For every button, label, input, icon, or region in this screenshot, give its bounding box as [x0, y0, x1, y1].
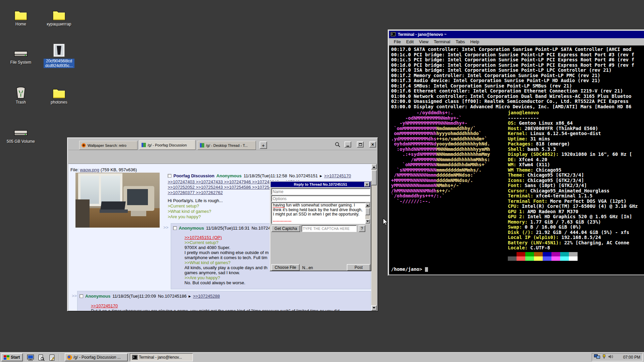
new-tab-button[interactable]: + — [260, 141, 267, 149]
quicklaunch-display-icon[interactable] — [26, 354, 35, 361]
qr-name-input[interactable] — [271, 188, 370, 195]
taskbar-task-browser[interactable]: /g/ - Poorfag Discussion ... — [65, 353, 128, 361]
reply2-backlink[interactable]: >>107245288 — [193, 294, 220, 299]
mouse-cursor — [382, 218, 388, 227]
qr-textarea-scrollbar[interactable] — [365, 203, 370, 224]
file-label: File: — [70, 167, 79, 172]
qr-comment-text: having fun with somewhat smoother gaming… — [273, 203, 364, 217]
post-menu-arrow-icon[interactable]: ▶ — [189, 295, 191, 298]
terminal-menubar: FileEditViewTerminalTabsHelp — [389, 38, 644, 46]
desktop-icon-file-system[interactable]: File System — [5, 44, 37, 65]
terminal-menu-item[interactable]: Help — [468, 39, 482, 45]
terminal-menu-item[interactable]: File — [391, 39, 404, 45]
minimize-glyph — [346, 146, 349, 146]
post-line: >Current setup? — [168, 203, 223, 209]
desktop-icon-photones[interactable]: photones — [43, 84, 75, 105]
terminal-cursor — [425, 267, 428, 272]
network-icon[interactable] — [594, 354, 600, 360]
fetch-line: Locale:C.UTF-8 — [508, 245, 638, 251]
quick-reply-close-button[interactable]: × — [364, 182, 370, 187]
scroll-up-button[interactable] — [371, 164, 377, 169]
desktop-icon-505gb-volume[interactable]: 505 GB Volume — [5, 123, 37, 144]
fetch-line: GPU 1:AMD Radeon R7 M370 — [508, 209, 638, 215]
quicklaunch-editor-icon[interactable] — [48, 354, 56, 361]
terminal-menu-item[interactable]: Tabs — [453, 39, 467, 45]
palette-block — [517, 252, 525, 256]
terminal-content[interactable]: 00:17.0 SATA controller: Intel Corporati… — [389, 46, 644, 275]
scroll-down-button[interactable] — [365, 219, 370, 224]
terminal-menu-item[interactable]: View — [416, 39, 431, 45]
reply2-number[interactable]: No.107245186 — [158, 294, 186, 299]
maximize-button[interactable] — [357, 141, 364, 147]
palette-block — [534, 256, 543, 261]
4chan-favicon — [200, 143, 204, 147]
fetch-line: GPU 2:Intel HD Graphics 520 @ 1.05 GHz [… — [508, 214, 638, 220]
scroll-thumb[interactable] — [365, 208, 370, 215]
desktop-icon-home[interactable]: Home — [5, 6, 37, 27]
desktop-icon-image-file[interactable]: 20cf90456l8cd dcd924d935c... — [43, 43, 75, 68]
quick-reply-titlebar[interactable]: Reply to Thread No.107245151 — [271, 182, 370, 187]
post-line: >Are you happy? — [168, 214, 223, 220]
reply1-name: Anonymous — [179, 226, 204, 231]
op-subject: Poorfag Discussion — [173, 173, 214, 178]
tab-wallpaper-search[interactable]: Wallpaper Search: retro — [79, 141, 138, 150]
system-tray: 07:00 PM — [592, 353, 643, 361]
op-thumbnail[interactable] — [75, 173, 160, 228]
desktop-icon-kuracshiptar[interactable]: курацшиптар — [43, 6, 75, 27]
captcha-input[interactable] — [302, 225, 357, 232]
tab-poorfag-discussion[interactable]: /g/ - Poorfag Discussion — [139, 140, 196, 150]
reply1-checkbox[interactable] — [173, 226, 177, 230]
power-plug-icon[interactable] — [602, 354, 606, 360]
terminal-window-icon — [390, 32, 396, 38]
fetch-line: Swap:0 B / 16.00 GiB (0%) — [508, 225, 638, 230]
scroll-thumb[interactable] — [371, 170, 377, 185]
op-number[interactable]: No.107245151 — [289, 173, 318, 178]
taskbar-task-terminal[interactable]: Terminal - jano@lenov... — [130, 353, 193, 361]
file-name-link[interactable]: waow.png — [80, 167, 99, 172]
prompt-text: /home/jano> — [391, 266, 422, 272]
desktop-icon-label: курацшиптар — [47, 22, 71, 26]
post-line: >>Are you happy? — [184, 275, 269, 280]
fetch-line: Host:20EV000YFR (ThinkPad E560) — [508, 126, 638, 131]
quick-reply-title: Reply to Thread No.107245151 — [294, 182, 347, 186]
tab-desktop-thread[interactable]: /g/ - Desktop Thread - T... — [198, 141, 256, 150]
op-name: Anonymous — [216, 173, 241, 178]
post-line: >>Current setup? — [184, 240, 269, 245]
captcha-help-button[interactable]: ? — [359, 225, 365, 232]
fetch-line: OS:Gentoo Linux x86_64 — [508, 121, 638, 126]
desktop-icon-trash[interactable]: Trash — [5, 84, 37, 105]
terminal-menu-item[interactable]: Terminal — [431, 39, 453, 45]
terminal-menu-item[interactable]: Edit — [404, 39, 416, 45]
shell-prompt[interactable]: /home/jano> — [391, 267, 428, 272]
op-body: Hi Poorfa/g/s. Life is rough...>Current … — [168, 198, 223, 220]
quicklaunch-search-icon[interactable] — [37, 354, 46, 361]
taskbar-divider — [59, 354, 60, 361]
op-checkbox[interactable] — [168, 174, 171, 178]
choose-file-button[interactable]: Choose File — [271, 264, 300, 271]
page-scrollbar[interactable] — [371, 164, 377, 311]
close-button[interactable]: × — [369, 141, 376, 147]
reply2-checkbox[interactable] — [79, 294, 83, 298]
palette-block — [534, 252, 543, 256]
qr-options-input[interactable] — [271, 195, 370, 202]
search-icon[interactable] — [335, 142, 340, 149]
get-captcha-button[interactable]: Get Captcha — [271, 225, 300, 232]
post-line: smartphone when it comes to tech. Full t… — [184, 255, 269, 260]
minimize-button[interactable] — [344, 141, 351, 147]
qr-comment-textarea[interactable]: having fun with somewhat smoother gaming… — [271, 202, 370, 224]
scroll-up-button[interactable] — [365, 203, 370, 207]
terminal-titlebar[interactable]: Terminal - jano@lenovo ~ — [389, 31, 644, 38]
scroll-down-button[interactable] — [371, 305, 377, 311]
post-menu-arrow-icon[interactable]: ▶ — [320, 174, 322, 178]
palette-block — [551, 252, 560, 256]
post-line: games anymore, sad I know. — [184, 270, 269, 275]
terminal-window: Terminal - jano@lenovo ~ FileEditViewTer… — [388, 29, 644, 276]
taskbar-clock[interactable]: 07:00 PM — [623, 355, 640, 360]
start-button[interactable]: Start — [1, 353, 23, 361]
post-button[interactable]: Post — [347, 264, 370, 271]
post-line: >>107245170 — [91, 303, 339, 308]
palette-block — [569, 252, 578, 256]
start-label: Start — [11, 355, 20, 360]
op-backlink[interactable]: >>107245170 — [324, 173, 351, 178]
volume-icon[interactable] — [608, 354, 613, 360]
